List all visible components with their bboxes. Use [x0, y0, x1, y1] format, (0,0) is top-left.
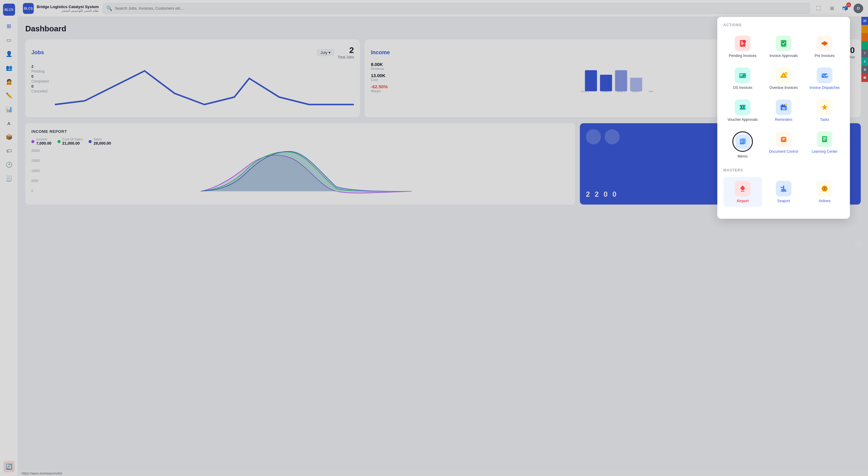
tasks-label: Tasks: [820, 118, 830, 122]
svg-rect-49: [741, 138, 746, 144]
svg-marker-44: [822, 104, 828, 110]
svg-text:30: 30: [782, 107, 785, 110]
svg-point-36: [745, 106, 747, 108]
svg-rect-51: [782, 139, 784, 140]
action-pending-invoices[interactable]: ! Pending Invoices: [723, 32, 762, 61]
action-memo[interactable]: Memo: [723, 128, 762, 162]
learning-center-icon: [817, 131, 832, 147]
action-overdue-invoices[interactable]: 1 Overdue Invoices: [764, 64, 803, 93]
svg-rect-28: [783, 77, 784, 77]
actions-section-title: ACTIONS: [723, 23, 844, 27]
learning-center-label: Learning Center: [812, 150, 838, 154]
airlines-label: Airlines: [818, 199, 830, 203]
svg-rect-57: [741, 191, 744, 192]
svg-rect-21: [740, 74, 743, 75]
action-reminders[interactable]: 30 1 Reminders: [764, 96, 803, 125]
airlines-icon: [817, 181, 832, 196]
memo-selected-ring: [733, 131, 753, 152]
voucher-approvals-label: Voucher Approvals: [727, 118, 758, 122]
actions-popup: ACTIONS ! Pending Invoices: [717, 17, 850, 219]
reminders-label: Reminders: [775, 118, 792, 122]
pending-invoices-icon: !: [735, 36, 750, 51]
overdue-invoices-label: Overdue Invoices: [770, 86, 798, 90]
svg-rect-13: [741, 44, 743, 44]
svg-rect-55: [823, 138, 826, 139]
memo-icon: [735, 134, 750, 149]
seaport-icon: [776, 181, 792, 196]
masters-section-title: MASTERS: [723, 168, 844, 172]
action-document-control[interactable]: Document Control: [764, 128, 803, 162]
airport-icon: [735, 181, 750, 196]
tasks-icon: [817, 99, 832, 115]
invoice-approvals-icon: [776, 36, 792, 51]
actions-grid: ! Pending Invoices Invoice Approvals: [723, 32, 844, 162]
svg-rect-54: [823, 137, 826, 138]
pending-invoices-label: Pending Invoices: [729, 54, 756, 58]
os-invoices-icon: $: [735, 67, 750, 83]
memo-label: Memo: [738, 154, 747, 158]
master-seaport[interactable]: Seaport: [764, 177, 803, 207]
svg-point-35: [739, 106, 741, 108]
master-airlines[interactable]: Airlines: [805, 177, 844, 207]
voucher-approvals-icon: $: [735, 99, 750, 115]
svg-rect-53: [822, 136, 823, 142]
pre-invoices-label: Pre Invoices: [815, 54, 835, 58]
invoice-approvals-label: Invoice Approvals: [770, 54, 798, 58]
document-control-icon: [776, 131, 792, 147]
svg-rect-58: [783, 186, 784, 190]
svg-rect-22: [740, 75, 742, 76]
document-control-label: Document Control: [769, 150, 798, 154]
overdue-invoices-icon: 1: [776, 67, 792, 83]
svg-text:1: 1: [785, 104, 786, 106]
svg-rect-59: [781, 187, 783, 188]
action-os-invoices[interactable]: $ OS Invoices: [723, 64, 762, 93]
svg-text:$: $: [742, 106, 743, 109]
svg-rect-38: [781, 106, 786, 107]
action-pre-invoices[interactable]: Pre Invoices: [805, 32, 844, 61]
action-learning-center[interactable]: Learning Center: [805, 128, 844, 162]
invoice-dispatches-label: Invoice Dispatches: [809, 86, 840, 90]
seaport-label: Seaport: [777, 199, 790, 203]
reminders-icon: 30 1: [776, 99, 792, 115]
action-tasks[interactable]: Tasks: [805, 96, 844, 125]
svg-text:!: !: [744, 41, 745, 43]
svg-rect-50: [782, 138, 785, 139]
svg-marker-19: [822, 41, 828, 46]
airport-label: Airport: [737, 199, 749, 203]
pre-invoices-icon: [817, 36, 832, 51]
svg-text:$: $: [744, 75, 745, 78]
svg-rect-40: [782, 104, 783, 106]
masters-grid: Airport Seaport: [723, 177, 844, 207]
os-invoices-label: OS Invoices: [733, 86, 752, 90]
svg-rect-27: [783, 75, 784, 76]
action-invoice-approvals[interactable]: Invoice Approvals: [764, 32, 803, 61]
svg-point-62: [824, 188, 825, 189]
master-airport[interactable]: Airport: [723, 177, 762, 207]
action-invoice-dispatches[interactable]: Invoice Dispatches: [805, 64, 844, 93]
action-voucher-approvals[interactable]: $ Voucher Approvals: [723, 96, 762, 125]
svg-text:1: 1: [785, 72, 787, 75]
svg-rect-56: [823, 140, 825, 140]
invoice-dispatches-icon: [817, 67, 832, 83]
